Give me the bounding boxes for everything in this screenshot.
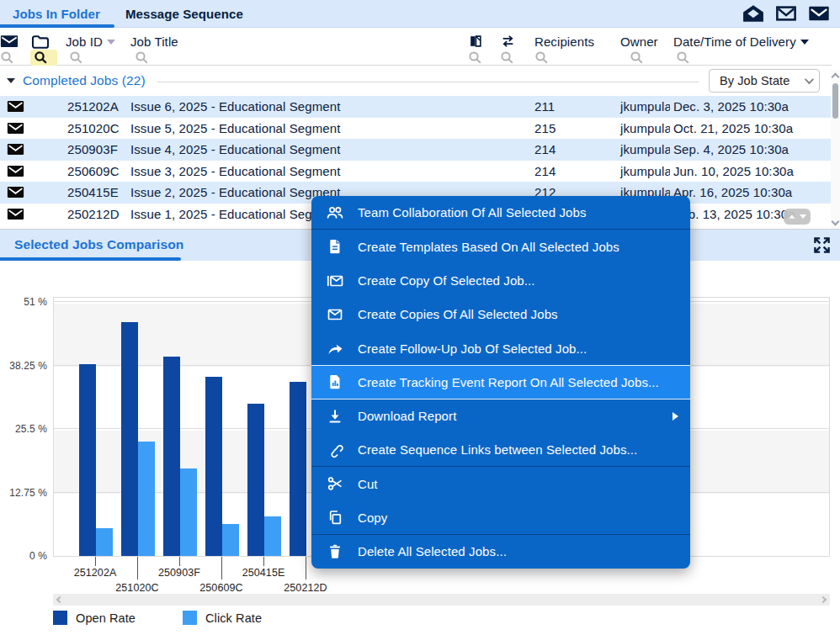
search-icon[interactable] xyxy=(630,50,644,65)
menu-item-delete[interactable]: Delete All Selected Jobs... xyxy=(311,535,690,569)
menu-item-create-copies[interactable]: Create Copies Of All Selected Jobs xyxy=(311,298,690,331)
menu-item-team-collaboration[interactable]: Team Collaboration Of All Selected Jobs xyxy=(311,196,690,230)
col-delivery-label[interactable]: Date/Time of Delivery xyxy=(673,34,796,49)
group-by-value: By Job State xyxy=(720,74,789,87)
tracking-report-icon xyxy=(327,373,343,390)
panel-title: Selected Jobs Comparison xyxy=(14,237,183,252)
menu-item-sequence-links[interactable]: Create Sequence Links between Selected J… xyxy=(311,433,690,467)
search-icon-active[interactable] xyxy=(34,50,48,65)
menu-item-label: Create Sequence Links between Selected J… xyxy=(358,442,637,457)
menu-item-label: Download Report xyxy=(358,409,456,423)
legend-open-rate[interactable]: Open Rate xyxy=(53,611,136,625)
jobs-table-header: Job ID Job Title Recipients Owner Date/T… xyxy=(0,28,832,66)
menu-item-download-report[interactable]: Download Report xyxy=(311,400,690,433)
tab-message-sequence[interactable]: Message Sequence xyxy=(113,0,256,28)
job-id: 250415E xyxy=(66,185,128,199)
expand-fullscreen-icon[interactable] xyxy=(812,235,832,258)
col-message-type xyxy=(0,28,30,66)
menu-item-create-templates[interactable]: Create Templates Based On All Selected J… xyxy=(311,230,690,263)
menu-item-label: Team Collaboration Of All Selected Jobs xyxy=(358,205,587,220)
nudge-down-icon[interactable] xyxy=(800,214,806,219)
bar-click-rate[interactable] xyxy=(96,528,113,556)
search-icon[interactable] xyxy=(0,50,14,65)
chart-horizontal-scrollbar[interactable] xyxy=(53,594,830,606)
scroll-down-icon[interactable] xyxy=(832,218,840,226)
col-folder xyxy=(30,28,66,66)
legend-swatch-click xyxy=(183,611,197,625)
section-title[interactable]: Completed Jobs (22) xyxy=(23,73,146,88)
search-icon[interactable] xyxy=(468,50,482,65)
menu-item-follow-up[interactable]: Create Follow-Up Job Of Selected Job... xyxy=(311,331,690,365)
mail-filled-icon[interactable] xyxy=(808,4,830,23)
collapse-arrow-icon[interactable] xyxy=(7,78,15,83)
x-axis-tick-label: 250415E xyxy=(230,567,297,579)
tab-label: Message Sequence xyxy=(125,7,243,21)
scroll-up-icon[interactable] xyxy=(832,73,840,82)
context-menu: Team Collaboration Of All Selected Jobs … xyxy=(311,196,690,569)
menu-item-copy[interactable]: Copy xyxy=(311,500,690,534)
search-icon[interactable] xyxy=(69,50,83,65)
menu-item-create-copy[interactable]: Create Copy Of Selected Job... xyxy=(311,264,690,298)
bar-open-rate[interactable] xyxy=(205,377,222,556)
menu-item-label: Cut xyxy=(358,477,378,491)
menu-item-label: Copy xyxy=(358,511,387,525)
row-scroll-nudge[interactable] xyxy=(784,209,811,225)
bar-click-rate[interactable] xyxy=(264,516,281,556)
col-owner-label[interactable]: Owner xyxy=(620,34,658,49)
mail-row-icon xyxy=(7,122,24,135)
search-icon[interactable] xyxy=(500,50,514,65)
tab-jobs-in-folder[interactable]: Jobs In Folder xyxy=(0,0,113,28)
completed-jobs-section: Completed Jobs (22) By Job State xyxy=(0,66,830,96)
mail-row-icon xyxy=(7,208,24,220)
legend-swatch-open xyxy=(53,611,67,625)
bar-open-rate[interactable] xyxy=(247,404,264,556)
scroll-left-icon[interactable] xyxy=(56,596,63,603)
folder-column-icon xyxy=(30,34,51,49)
bar-click-rate[interactable] xyxy=(180,468,197,556)
menu-item-tracking-report[interactable]: Create Tracking Event Report On All Sele… xyxy=(311,365,690,399)
legend-click-rate[interactable]: Click Rate xyxy=(183,611,262,625)
bar-open-rate[interactable] xyxy=(121,322,138,556)
table-vertical-scrollbar[interactable] xyxy=(831,71,840,229)
bar-click-rate[interactable] xyxy=(138,442,155,556)
col-sequence xyxy=(500,28,530,66)
bar-open-rate[interactable] xyxy=(79,364,96,556)
copy-icon xyxy=(327,509,343,526)
table-row[interactable]: 250609C Issue 3, 2025 - Educational Segm… xyxy=(0,161,832,183)
search-icon[interactable] xyxy=(534,50,549,65)
table-row[interactable]: 250903F Issue 4, 2025 - Educational Segm… xyxy=(0,139,832,161)
y-axis-tick-label: 0 % xyxy=(0,550,47,562)
mail-row-icon xyxy=(7,143,24,156)
y-axis-tick-label: 12.75 % xyxy=(0,487,47,499)
bar-click-rate[interactable] xyxy=(222,524,239,556)
col-recipients-label[interactable]: Recipients xyxy=(534,34,594,49)
delivered: Jun. 10, 2025 10:30a xyxy=(670,164,832,178)
follow-up-icon xyxy=(327,341,344,357)
sort-caret-icon[interactable] xyxy=(107,40,115,45)
recipients: 214 xyxy=(530,164,611,178)
col-job-title-label[interactable]: Job Title xyxy=(130,34,178,49)
mail-outline-icon[interactable] xyxy=(775,4,797,23)
menu-item-label: Create Follow-Up Job Of Selected Job... xyxy=(358,341,587,356)
group-by-select[interactable]: By Job State xyxy=(709,69,820,93)
menu-item-cut[interactable]: Cut xyxy=(311,467,690,500)
table-row[interactable]: 251202A Issue 6, 2025 - Educational Segm… xyxy=(0,96,832,118)
nudge-up-icon[interactable] xyxy=(789,214,795,219)
mail-open-icon[interactable] xyxy=(742,4,764,23)
sort-caret-icon-active[interactable] xyxy=(800,40,809,45)
legend-label: Click Rate xyxy=(205,611,262,625)
scroll-right-icon[interactable] xyxy=(820,596,827,603)
job-title: Issue 6, 2025 - Educational Segment xyxy=(128,99,468,114)
bar-open-rate[interactable] xyxy=(290,382,306,556)
table-row[interactable]: 251020C Issue 5, 2025 - Educational Segm… xyxy=(0,118,832,140)
job-id: 250903F xyxy=(66,142,128,156)
section-divider xyxy=(157,82,699,82)
copy-job-icon xyxy=(326,273,344,288)
x-axis-tick-label: 250212D xyxy=(272,582,339,594)
scrollbar-thumb[interactable] xyxy=(832,83,838,119)
search-icon[interactable] xyxy=(135,50,149,65)
owner: jkumpula xyxy=(611,142,670,156)
search-icon[interactable] xyxy=(676,50,690,65)
bar-open-rate[interactable] xyxy=(163,357,180,556)
col-job-id-label[interactable]: Job ID xyxy=(66,34,103,49)
